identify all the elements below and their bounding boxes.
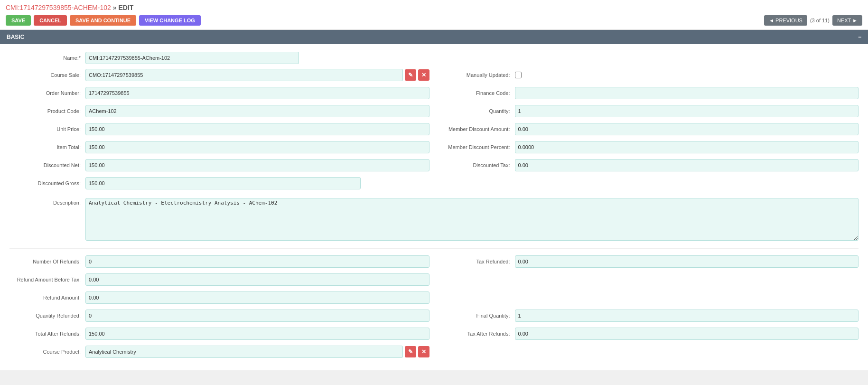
course-product-row: Course Product: ✎ ✕	[9, 345, 429, 359]
unit-price-input[interactable]	[85, 123, 429, 135]
top-bar: CMI:17147297539855-ACHEM-102 » EDIT SAVE…	[0, 0, 868, 30]
member-discount-percent-label: Member Discount Percent:	[439, 144, 515, 150]
name-row: Name:*	[9, 52, 859, 64]
course-sale-edit-btn[interactable]: ✎	[405, 69, 416, 81]
refund-amount-input[interactable]	[85, 291, 429, 304]
course-sale-label: Course Sale:	[9, 72, 85, 78]
toolbar: SAVE CANCEL SAVE AND CONTINUE VIEW CHANG…	[6, 15, 862, 26]
manually-updated-checkbox[interactable]	[515, 72, 522, 78]
final-quantity-label: Final Quantity:	[439, 313, 515, 319]
action-label: EDIT	[118, 4, 133, 11]
item-total-label: Item Total:	[9, 144, 85, 150]
spacer-row-1	[439, 272, 859, 287]
navigation-controls: ◄ PREVIOUS (3 of 11) NEXT ►	[764, 15, 862, 26]
quantity-label: Quantity:	[439, 108, 515, 114]
product-code-input[interactable]	[85, 105, 429, 117]
view-log-button[interactable]: VIEW CHANGE LOG	[139, 15, 201, 26]
total-after-refunds-row: Total After Refunds:	[9, 327, 429, 341]
refund-amount-before-tax-row: Refund Amount Before Tax:	[9, 272, 429, 287]
save-button[interactable]: SAVE	[6, 15, 31, 26]
discounted-net-row: Discounted Net:	[9, 158, 429, 172]
product-code-row: Product Code:	[9, 104, 429, 118]
quantity-refunded-input[interactable]	[85, 310, 429, 322]
name-label: Name:*	[9, 55, 85, 61]
record-id: CMI:17147297539855-ACHEM-102	[6, 4, 111, 11]
refund-amount-before-tax-label: Refund Amount Before Tax:	[9, 277, 85, 282]
discounted-tax-label: Discounted Tax:	[439, 162, 515, 168]
final-quantity-input[interactable]	[515, 310, 859, 322]
tax-refunded-row: Tax Refunded:	[439, 254, 859, 269]
tax-refunded-input[interactable]	[515, 255, 859, 268]
quantity-refunded-label: Quantity Refunded:	[9, 313, 85, 319]
discounted-gross-input[interactable]	[85, 177, 361, 189]
tax-after-refunds-input[interactable]	[515, 328, 859, 340]
member-discount-amount-input[interactable]	[515, 123, 859, 135]
tax-after-refunds-row: Tax After Refunds:	[439, 327, 859, 341]
discounted-tax-row: Discounted Tax:	[439, 158, 859, 172]
course-product-label: Course Product:	[9, 349, 85, 355]
discounted-tax-input[interactable]	[515, 159, 859, 171]
unit-price-label: Unit Price:	[9, 126, 85, 132]
total-after-refunds-input[interactable]	[85, 328, 429, 340]
course-sale-clear-btn[interactable]: ✕	[418, 69, 429, 81]
refund-amount-label: Refund Amount:	[9, 295, 85, 300]
refund-amount-row: Refund Amount:	[9, 291, 429, 305]
course-sale-group: ✎ ✕	[85, 69, 429, 81]
save-continue-button[interactable]: SAVE AND CONTINUE	[70, 15, 136, 26]
refund-left-column: Number Of Refunds: Refund Amount Before …	[9, 254, 429, 363]
section-header-basic: BASIC −	[0, 30, 868, 44]
course-sale-input[interactable]	[85, 69, 403, 81]
quantity-input[interactable]	[515, 105, 859, 117]
number-of-refunds-row: Number Of Refunds:	[9, 254, 429, 269]
total-after-refunds-label: Total After Refunds:	[9, 331, 85, 337]
member-discount-amount-label: Member Discount Amount:	[439, 126, 515, 132]
discounted-net-input[interactable]	[85, 159, 429, 171]
cancel-button[interactable]: CANCEL	[34, 15, 67, 26]
manually-updated-checkbox-wrapper	[515, 72, 522, 78]
next-button[interactable]: NEXT ►	[832, 15, 862, 26]
right-column: Manually Updated: Finance Code: Quantity…	[439, 68, 859, 194]
member-discount-percent-input[interactable]	[515, 141, 859, 153]
course-product-edit-btn[interactable]: ✎	[405, 346, 416, 357]
discounted-gross-label: Discounted Gross:	[9, 180, 85, 186]
order-number-input[interactable]	[85, 87, 429, 99]
item-total-input[interactable]	[85, 141, 429, 153]
finance-code-label: Finance Code:	[439, 90, 515, 96]
finance-code-row: Finance Code:	[439, 86, 859, 100]
finance-code-input[interactable]	[515, 87, 859, 99]
previous-button[interactable]: ◄ PREVIOUS	[764, 15, 807, 26]
refund-grid: Number Of Refunds: Refund Amount Before …	[9, 254, 859, 363]
collapse-icon[interactable]: −	[858, 34, 861, 40]
tax-after-refunds-label: Tax After Refunds:	[439, 331, 515, 337]
course-product-input[interactable]	[85, 346, 403, 358]
refund-right-column: Tax Refunded: Final Quantity: Tax After …	[439, 254, 859, 363]
page-title: CMI:17147297539855-ACHEM-102 » EDIT	[6, 4, 862, 11]
section-body-basic: Name:* Course Sale: ✎ ✕ Order Number	[0, 44, 868, 370]
spacer-row-2	[439, 291, 859, 305]
description-textarea[interactable]: Analytical Chemistry - Electrochemistry …	[85, 198, 859, 241]
unit-price-row: Unit Price:	[9, 122, 429, 136]
item-total-row: Item Total:	[9, 140, 429, 154]
description-row: Description: Analytical Chemistry - Elec…	[9, 198, 859, 241]
product-code-label: Product Code:	[9, 108, 85, 114]
number-of-refunds-input[interactable]	[85, 255, 429, 268]
left-column: Course Sale: ✎ ✕ Order Number: Product C…	[9, 68, 429, 194]
description-label: Description:	[9, 198, 85, 206]
refund-amount-before-tax-input[interactable]	[85, 273, 429, 286]
course-product-clear-btn[interactable]: ✕	[418, 346, 429, 357]
discounted-net-label: Discounted Net:	[9, 162, 85, 168]
tax-refunded-label: Tax Refunded:	[439, 259, 515, 264]
manually-updated-label: Manually Updated:	[439, 72, 515, 78]
manually-updated-row: Manually Updated:	[439, 68, 859, 82]
order-number-row: Order Number:	[9, 86, 429, 100]
arrow-separator: »	[113, 4, 117, 11]
section-label: BASIC	[7, 34, 24, 40]
quantity-refunded-row: Quantity Refunded:	[9, 309, 429, 323]
number-of-refunds-label: Number Of Refunds:	[9, 259, 85, 264]
final-quantity-row: Final Quantity:	[439, 309, 859, 323]
name-input[interactable]	[85, 52, 299, 64]
course-product-group: ✎ ✕	[85, 346, 429, 358]
two-col-grid: Course Sale: ✎ ✕ Order Number: Product C…	[9, 68, 859, 194]
quantity-row: Quantity:	[439, 104, 859, 118]
order-number-label: Order Number:	[9, 90, 85, 96]
